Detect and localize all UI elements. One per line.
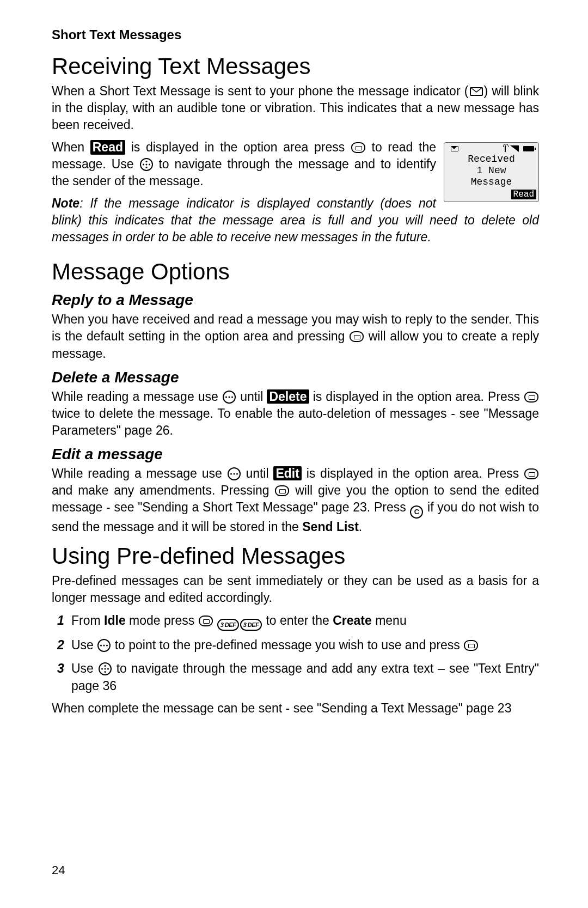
- nav-icon: [140, 158, 153, 171]
- edit-para: While reading a message use until Edit i…: [52, 465, 539, 535]
- phone-line-3: Message: [444, 176, 538, 188]
- heading-message-options: Message Options: [52, 259, 539, 285]
- envelope-icon: [470, 87, 483, 96]
- softkey-icon: [275, 485, 289, 496]
- c-key-icon: C: [410, 505, 423, 519]
- page-header: Short Text Messages: [52, 27, 539, 42]
- delete-para: While reading a message use until Delete…: [52, 388, 539, 439]
- phone-line-1: Received: [444, 154, 538, 165]
- heading-edit: Edit a message: [52, 446, 539, 463]
- nav-icon: [228, 467, 241, 480]
- predefined-steps: 1 From Idle mode press 3 DEF3 DEF to ent…: [52, 612, 539, 694]
- nav-icon: [97, 639, 111, 652]
- nav-icon: [223, 391, 236, 404]
- receiving-note: Note: If the message indicator is displa…: [52, 195, 539, 246]
- status-envelope-icon: [451, 146, 458, 151]
- key-3-icon: 3 DEF: [240, 619, 262, 631]
- softkey-icon: [199, 616, 213, 626]
- heading-reply: Reply to a Message: [52, 291, 539, 309]
- status-signal-icon: [510, 145, 519, 152]
- reply-para: When you have received and read a messag…: [52, 311, 539, 362]
- softkey-icon: [524, 468, 538, 479]
- list-item: 2 Use to point to the pre-defined messag…: [52, 636, 539, 654]
- softkey-icon: [464, 640, 478, 651]
- list-item: 3 Use to navigate through the message an…: [52, 660, 539, 694]
- phone-softkey-label: Read: [511, 190, 536, 199]
- predefined-intro: Pre-defined messages can be sent immedia…: [52, 572, 539, 606]
- nav-icon: [99, 662, 112, 675]
- phone-status-bar: [444, 145, 538, 154]
- phone-screen-illustration: Received 1 New Message Read: [444, 142, 539, 202]
- edit-chip: Edit: [273, 466, 301, 480]
- delete-chip: Delete: [267, 389, 309, 404]
- heading-delete: Delete a Message: [52, 369, 539, 386]
- softkey-icon: [351, 142, 365, 153]
- softkey-icon: [350, 331, 364, 342]
- receiving-para-1: When a Short Text Message is sent to you…: [52, 83, 539, 133]
- heading-predefined: Using Pre-defined Messages: [52, 543, 539, 569]
- heading-receiving: Receiving Text Messages: [52, 53, 539, 80]
- status-antenna-icon: [505, 145, 506, 152]
- list-item: 1 From Idle mode press 3 DEF3 DEF to ent…: [52, 612, 539, 631]
- key-3-icon: 3 DEF: [217, 619, 239, 631]
- phone-line-2: 1 New: [444, 165, 538, 176]
- status-battery-icon: [523, 146, 534, 151]
- read-chip: Read: [90, 140, 125, 154]
- softkey-icon: [524, 392, 538, 403]
- page-number: 24: [52, 863, 65, 877]
- predefined-closing: When complete the message can be sent - …: [52, 700, 539, 717]
